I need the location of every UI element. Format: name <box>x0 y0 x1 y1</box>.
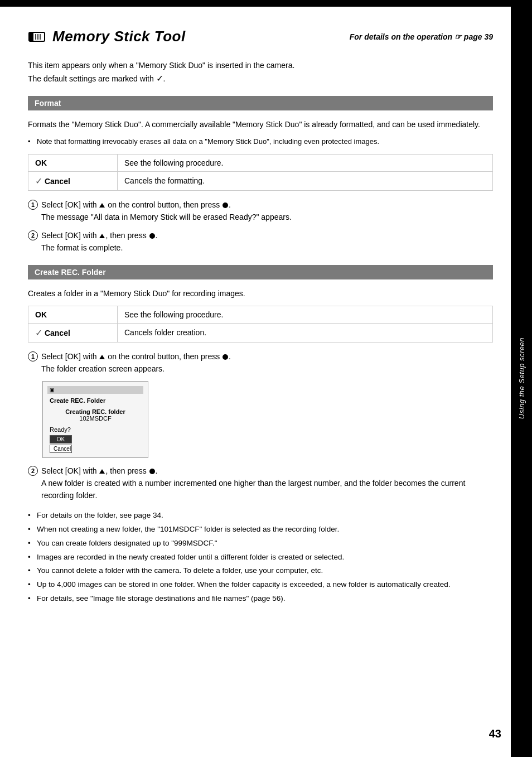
table-row: OK See the following procedure. <box>28 306 493 323</box>
format-ok-label: OK <box>28 154 118 171</box>
screen-ok-button: OK <box>50 435 72 443</box>
folder-name: Creating REC. folder <box>47 408 143 415</box>
screen-cancel-button: Cancel <box>50 445 72 453</box>
step-2-sub: The format is complete. <box>41 242 493 254</box>
create-folder-description: Creates a folder in a "Memory Stick Duo"… <box>28 287 493 300</box>
folder-ok-desc: See the following procedure. <box>118 306 493 323</box>
page-container: Memory Stick Tool For details on the ope… <box>0 0 532 757</box>
list-item: When not creating a new folder, the "101… <box>28 524 493 536</box>
triangle-up-icon <box>99 234 105 238</box>
folder-sub: 102MSDCF <box>47 415 143 422</box>
checkmark-icon: ✓ <box>35 176 42 186</box>
format-step-2: 2 Select [OK] with , then press . The fo… <box>28 229 493 254</box>
page-number: 43 <box>489 727 501 740</box>
format-steps: 1 Select [OK] with on the control button… <box>28 199 493 254</box>
format-cancel-label: ✓ Cancel <box>28 171 118 190</box>
page-title: Memory Stick Tool <box>52 28 186 45</box>
intro-line2: The default settings are marked with ✓. <box>28 74 165 83</box>
circle-bullet-icon <box>149 233 155 239</box>
format-note: Note that formatting irrevocably erases … <box>28 136 493 147</box>
screen-top-bar: ▣ <box>47 386 143 394</box>
screen-ready: Ready? <box>47 426 143 433</box>
create-folder-table: OK See the following procedure. ✓ Cancel… <box>28 306 493 343</box>
step-1-text: Select [OK] with on the control button, … <box>41 199 493 224</box>
table-row: ✓ Cancel Cancels the formatting. <box>28 171 493 190</box>
format-section: Format Formats the "Memory Stick Duo". A… <box>28 96 493 254</box>
folder-step-1: 1 Select [OK] with on the control button… <box>28 350 493 375</box>
screen-body: Creating REC. folder 102MSDCF <box>47 408 143 422</box>
memory-stick-icon <box>28 30 46 44</box>
folder-screen-image: ▣ Create REC. Folder Creating REC. folde… <box>42 381 148 458</box>
create-folder-steps: 1 Select [OK] with on the control button… <box>28 350 493 502</box>
checkmark-icon: ✓ <box>35 328 42 337</box>
triangle-up-icon <box>99 355 105 359</box>
list-item: Images are recorded in the newly created… <box>28 552 493 563</box>
step-2-text: Select [OK] with , then press . The form… <box>41 229 493 254</box>
header: Memory Stick Tool For details on the ope… <box>28 28 499 45</box>
step-number-2: 2 <box>28 230 38 240</box>
list-item: For details on the folder, see page 34. <box>28 510 493 522</box>
step-number-2: 2 <box>28 466 38 476</box>
step-number-1: 1 <box>28 351 38 361</box>
table-row: ✓ Cancel Cancels folder creation. <box>28 323 493 342</box>
triangle-up-icon <box>99 203 105 208</box>
format-description: Formats the "Memory Stick Duo". A commer… <box>28 118 493 131</box>
screen-buttons: OK Cancel <box>47 435 143 453</box>
folder-cancel-desc: Cancels folder creation. <box>118 323 493 342</box>
header-note: For details on the operation ☞ page 39 <box>350 28 493 41</box>
list-item: You cannot delete a folder with the came… <box>28 565 493 577</box>
circle-bullet-icon <box>149 469 155 474</box>
step-number-1: 1 <box>28 200 38 210</box>
intro-line1: This item appears only when a "Memory St… <box>28 61 294 70</box>
intro-text: This item appears only when a "Memory St… <box>28 59 493 86</box>
content-area: This item appears only when a "Memory St… <box>28 59 499 605</box>
folder-step-2-sub: A new folder is created with a number in… <box>41 477 493 502</box>
circle-bullet-icon <box>223 354 228 360</box>
svg-rect-1 <box>29 32 33 41</box>
format-ok-desc: See the following procedure. <box>118 154 493 171</box>
format-cancel-desc: Cancels the formatting. <box>118 171 493 190</box>
folder-cancel-label: ✓ Cancel <box>28 323 118 342</box>
table-row: OK See the following procedure. <box>28 154 493 171</box>
list-item: You can create folders designated up to … <box>28 538 493 549</box>
triangle-up-icon <box>99 469 105 474</box>
folder-step-2: 2 Select [OK] with , then press . A new … <box>28 465 493 502</box>
create-folder-section-header: Create REC. Folder <box>28 265 493 279</box>
format-table: OK See the following procedure. ✓ Cancel… <box>28 154 493 191</box>
format-section-header: Format <box>28 96 493 110</box>
list-item: Up to 4,000 images can be stored in one … <box>28 579 493 591</box>
folder-bullet-list: For details on the folder, see page 34. … <box>28 510 493 605</box>
folder-step-1-text: Select [OK] with on the control button, … <box>41 350 493 375</box>
list-item: For details, see "Image file storage des… <box>28 593 493 605</box>
create-folder-section: Create REC. Folder Creates a folder in a… <box>28 265 493 605</box>
folder-ok-label: OK <box>28 306 118 323</box>
folder-step-1-sub: The folder creation screen appears. <box>41 363 493 375</box>
screen-top-icon: ▣ <box>50 387 55 393</box>
format-step-1: 1 Select [OK] with on the control button… <box>28 199 493 224</box>
folder-step-2-text: Select [OK] with , then press . A new fo… <box>41 465 493 502</box>
step-1-sub: The message "All data in Memory Stick wi… <box>41 211 493 223</box>
circle-bullet-icon <box>223 202 228 208</box>
title-area: Memory Stick Tool <box>28 28 186 45</box>
screen-title: Create REC. Folder <box>47 397 143 404</box>
